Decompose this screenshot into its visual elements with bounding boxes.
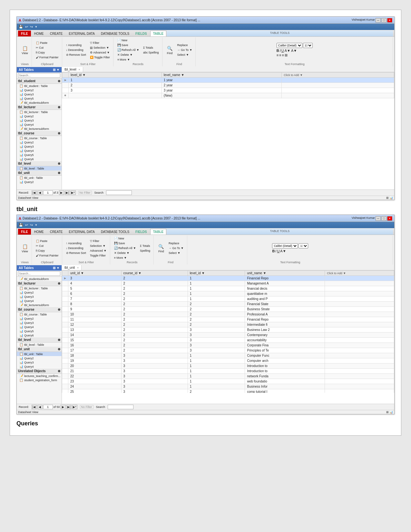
nav-item-lec-q2-2[interactable]: 📊Query2 xyxy=(17,290,62,295)
nav-item-crs-query5-1[interactable]: 📊Query5 xyxy=(17,153,62,157)
descending-btn-2[interactable]: ↓Descending xyxy=(65,246,88,250)
nav-item-crs-query4-1[interactable]: 📊Query4 xyxy=(17,149,62,153)
nav-menu-btn-2[interactable]: ⊞ ▼ xyxy=(53,266,60,270)
qat-save-icon[interactable]: 💾 xyxy=(18,24,24,29)
nav-item-lec-q3-2[interactable]: 📊Query3 xyxy=(17,295,62,299)
nav-item-query5-1[interactable]: 📊 Query5 xyxy=(17,96,62,101)
qat-dropdown-icon[interactable]: ▼ xyxy=(34,25,38,29)
nav-group-tbl-level-2[interactable]: tbl_level ⊗ xyxy=(17,337,62,343)
datasheet-view-icon-1[interactable]: ⊞ xyxy=(386,196,389,199)
qat-dropdown-icon-2[interactable]: ▼ xyxy=(34,223,38,227)
goto-btn-2[interactable]: → Go To ▼ xyxy=(167,246,185,250)
cut-btn-2[interactable]: ✂Cut xyxy=(34,244,60,248)
delete-btn-2[interactable]: ✕ Delete ▼ xyxy=(113,251,137,255)
copy-btn-2[interactable]: ⎘Copy xyxy=(34,248,60,253)
copy-btn-1[interactable]: ⎘ Copy xyxy=(34,50,60,55)
search-field-2[interactable] xyxy=(108,405,133,409)
new-record-btn-2[interactable]: ▶* xyxy=(72,405,77,409)
refresh-btn-2[interactable]: 🔄 Refresh All ▼ xyxy=(113,246,137,250)
nav-group-tbl-lecturer-1[interactable]: tbl_lecturer ⊗ xyxy=(17,105,62,110)
selection-btn-2[interactable]: Selection ▼ xyxy=(89,244,108,248)
nav-item-unit-q3-2[interactable]: 📊Query3 xyxy=(17,360,62,364)
advanced-btn-1[interactable]: ⚙ Advanced ▼ xyxy=(89,50,111,55)
bold-btn-1[interactable]: B xyxy=(277,49,279,53)
first-record-btn-2[interactable]: |◀ xyxy=(32,405,37,409)
nav-item-studentsubform-2[interactable]: 📝 tbl_studentsubform xyxy=(17,277,62,281)
replace-btn-1[interactable]: Replace xyxy=(176,43,194,47)
nav-item-crs-table-2[interactable]: 📋tbl_course : Table xyxy=(17,312,62,316)
paste-btn-1[interactable]: 📋 Paste xyxy=(34,41,60,45)
tab-create-2[interactable]: CREATE xyxy=(47,229,66,235)
nav-item-crs-q5-2[interactable]: 📊Query5 xyxy=(17,329,62,333)
italic-btn-2[interactable]: I xyxy=(275,249,276,253)
nav-item-crs-query2-1[interactable]: 📊Query2 xyxy=(17,140,62,144)
align-left-btn-1[interactable]: ≡ xyxy=(277,53,279,57)
nav-item-student-reg-2[interactable]: 📋student_registration_form xyxy=(17,378,62,382)
selection-btn-1[interactable]: ▤ Selection ▼ xyxy=(89,45,111,50)
qat-undo-icon[interactable]: ↩ xyxy=(24,24,29,29)
font-size-select-1[interactable]: 11 xyxy=(303,43,313,48)
tab-database-tools-1[interactable]: DATABASE TOOLS xyxy=(98,31,132,36)
nav-item-tbl-course-table-1[interactable]: 📋 tbl_course : Table xyxy=(17,136,62,140)
view-button-1[interactable]: 📋 View xyxy=(20,44,30,56)
nav-item-tbl-level-table-1[interactable]: 📋 tbl_level : Table xyxy=(17,166,62,170)
select-btn-1[interactable]: Select ▼ xyxy=(176,53,194,57)
table-scroll-1[interactable]: level_id ▼ level_name ▼ Click to Add ▼ ▶… xyxy=(62,72,394,98)
table-tab-close-2[interactable]: × xyxy=(77,266,79,269)
nav-group-tbl-unit-1[interactable]: tbl_unit ⊗ xyxy=(17,170,62,176)
cut-btn-1[interactable]: ✂ Cut xyxy=(34,45,60,50)
col-click-to-add[interactable]: Click to Add ▼ xyxy=(282,73,394,78)
col-level-id[interactable]: level_id ▼ xyxy=(69,73,162,78)
nav-item-lec-q4-2[interactable]: 📊Query4 xyxy=(17,299,62,303)
maximize-button-2[interactable]: □ xyxy=(381,216,387,221)
col-unit-id[interactable]: unit_id ▼ xyxy=(68,271,122,276)
more-btn-2[interactable]: ≡ More ▼ xyxy=(113,256,137,260)
remove-sort-btn-2[interactable]: ⊘Remove Sort xyxy=(65,251,88,255)
nav-item-crs-q2-2[interactable]: 📊Query2 xyxy=(17,316,62,321)
nav-item-crs-query3-1[interactable]: 📊Query3 xyxy=(17,144,62,149)
nav-item-unit-table-2[interactable]: 📋tbl_unit : Table xyxy=(17,352,62,356)
nav-item-crs-q4-2[interactable]: 📊Query4 xyxy=(17,325,62,329)
nav-item-unit-q4-2[interactable]: 📊Query4 xyxy=(17,364,62,369)
table-tab-tbl-unit[interactable]: tbl_unit × xyxy=(62,265,82,270)
tab-table-1[interactable]: TABLE xyxy=(150,31,167,36)
maximize-button-1[interactable]: □ xyxy=(381,18,387,23)
prev-record-btn-2[interactable]: ◀ xyxy=(37,405,43,409)
select-btn-2[interactable]: Select ▼ xyxy=(167,251,185,255)
tab-database-tools-2[interactable]: DATABASE TOOLS xyxy=(98,229,132,235)
nav-item-crs-q3-2[interactable]: 📊Query3 xyxy=(17,321,62,325)
spelling-btn-2[interactable]: Spelling xyxy=(139,248,152,253)
font-color-btn-1[interactable]: A▼ xyxy=(285,49,290,53)
tab-file-2[interactable]: FILE xyxy=(18,229,31,235)
nav-item-crs-q6-2[interactable]: 📊Query6 xyxy=(17,333,62,337)
search-input-1[interactable] xyxy=(18,73,60,78)
tab-fields-2[interactable]: FIELDS xyxy=(132,229,150,235)
underline-btn-1[interactable]: U xyxy=(281,49,284,53)
next-record-btn-1[interactable]: ▶ xyxy=(59,190,64,195)
nav-item-tbl-student-table-1[interactable]: 📋 tbl_student : Table xyxy=(17,84,62,88)
nav-item-tbl-lecturer-table-1[interactable]: 📋 tbl_lecturer : Table xyxy=(17,110,62,114)
new-btn-2[interactable]: 📄 New xyxy=(113,236,137,241)
align-right-btn-1[interactable]: ≡ xyxy=(282,53,284,57)
nav-item-query2-1[interactable]: 📊 Query2 xyxy=(17,88,62,92)
remove-sort-btn-1[interactable]: ⊘ Remove Sort xyxy=(65,53,88,57)
col-level-id-2[interactable]: level_id ▼ xyxy=(188,271,245,276)
qat-undo-icon-2[interactable]: ↩ xyxy=(24,223,29,227)
totals-btn-2[interactable]: Σ Totals xyxy=(139,244,152,248)
nav-item-crs-query6-1[interactable]: 📊Query6 xyxy=(17,157,62,161)
save-btn-1[interactable]: 💾 Save xyxy=(116,43,141,47)
search-field-1[interactable] xyxy=(106,190,132,195)
ascending-btn-1[interactable]: ↑ Ascending xyxy=(65,43,88,47)
prev-record-btn-1[interactable]: ◀ xyxy=(37,190,43,195)
table-scroll-2[interactable]: unit_id ▼ course_id ▼ level_id ▼ unit_na… xyxy=(62,270,394,393)
tab-table-2[interactable]: TABLE xyxy=(150,229,167,235)
grid-lines-btn-1[interactable]: ⊞ xyxy=(285,53,288,57)
nav-item-lectures-2[interactable]: 📝lectures_teaching_confirm... xyxy=(17,374,62,378)
spelling-btn-1[interactable]: abc Spelling xyxy=(142,50,160,55)
view-button-2[interactable]: 📋 View xyxy=(20,242,30,254)
last-record-btn-1[interactable]: ▶| xyxy=(65,190,70,195)
nav-item-lec-table-2[interactable]: 📋tbl_lecturer : Table xyxy=(17,286,62,290)
nav-item-tbl-unit-table-1[interactable]: 📋 tbl_unit : Table xyxy=(17,176,62,180)
col-course-id[interactable]: course_id ▼ xyxy=(121,271,188,276)
find-btn-1[interactable]: 🔍 Find xyxy=(165,44,175,56)
